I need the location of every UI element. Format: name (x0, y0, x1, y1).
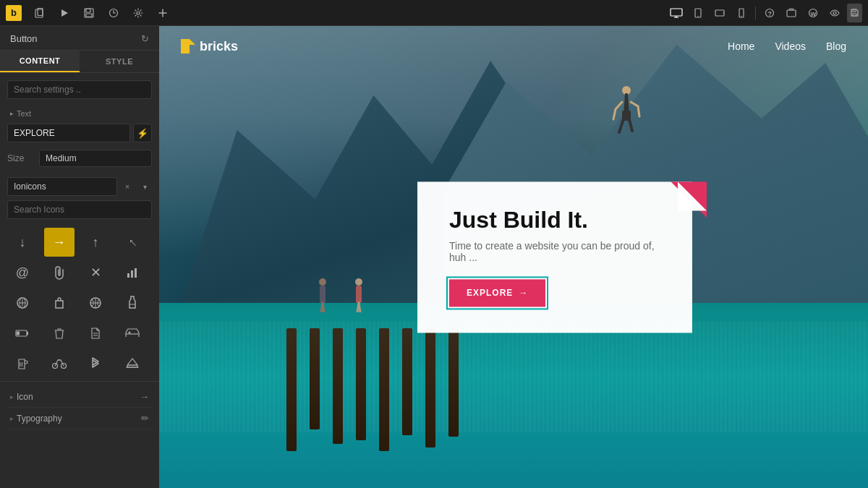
icon-section-item[interactable]: Icon → (7, 386, 152, 408)
icon-attach[interactable] (44, 258, 75, 287)
icon-beer[interactable] (7, 349, 38, 378)
play-btn[interactable] (55, 4, 74, 22)
tablet-landscape-btn[interactable] (710, 4, 729, 22)
hero-corner-decoration (671, 181, 707, 218)
wordpress-btn[interactable]: W (804, 4, 822, 22)
icon-arrow-down[interactable]: ↓ (7, 228, 38, 257)
pier-posts (286, 328, 459, 451)
settings-btn[interactable] (129, 4, 148, 22)
add-element-btn[interactable] (153, 4, 172, 22)
bottom-sections: Icon → Typography ✏ (0, 381, 159, 434)
app-logo-btn[interactable]: b (6, 5, 22, 21)
svg-line-56 (359, 303, 360, 312)
text-addon-btn[interactable]: ⚡ (133, 124, 152, 142)
text-row: ⚡ (0, 121, 159, 148)
search-icons-input[interactable] (7, 200, 152, 219)
svg-point-42 (128, 332, 130, 334)
svg-marker-2 (61, 9, 68, 17)
tab-content[interactable]: CONTENT (0, 51, 80, 72)
icon-arrow-up-alt[interactable]: ↑ (111, 221, 153, 263)
history-btn[interactable] (104, 4, 123, 22)
nav-link-home[interactable]: Home (728, 40, 754, 52)
save-btn[interactable] (80, 4, 98, 22)
size-label: Size (7, 153, 33, 163)
main-area: Button ↻ CONTENT StylE Text ⚡ Size Mediu… (0, 26, 868, 488)
nav-link-videos[interactable]: Videos (775, 40, 806, 52)
icon-bike[interactable] (44, 349, 75, 378)
icon-arrow-up[interactable]: ↑ (80, 228, 111, 257)
icon-section-label: Icon (10, 392, 33, 402)
svg-rect-10 (671, 9, 682, 16)
media-library-btn[interactable] (782, 4, 801, 22)
icon-library-select[interactable]: Ionicons (7, 177, 117, 196)
icon-clear-btn[interactable]: × (120, 177, 135, 196)
panel-title: Button (10, 33, 38, 44)
logo-icon (181, 39, 195, 53)
svg-point-53 (355, 278, 362, 286)
jumping-figure (605, 82, 641, 150)
icon-bag[interactable] (44, 288, 75, 317)
svg-rect-21 (787, 10, 796, 17)
icon-bed[interactable] (117, 319, 148, 348)
canvas-logo: bricks (181, 39, 238, 54)
typography-section-icon: ✏ (141, 413, 149, 424)
tablet-portrait-btn[interactable] (689, 4, 707, 22)
icon-bluetooth[interactable] (80, 349, 111, 378)
desktop-device-btn[interactable] (667, 4, 686, 22)
svg-text:W: W (811, 10, 817, 17)
text-section-label: Text (0, 105, 159, 121)
icon-doc-text[interactable] (80, 319, 111, 348)
files-btn[interactable] (30, 4, 49, 22)
svg-point-14 (697, 15, 698, 16)
typography-section-item[interactable]: Typography ✏ (7, 408, 152, 429)
top-toolbar: b ? W (0, 0, 868, 26)
svg-text:?: ? (768, 9, 773, 17)
icon-battery-low[interactable] (7, 319, 38, 348)
svg-rect-4 (86, 9, 90, 12)
svg-line-52 (323, 303, 324, 312)
svg-rect-29 (131, 270, 133, 278)
mobile-device-btn[interactable] (732, 4, 751, 22)
icon-section-arrow: → (140, 391, 149, 402)
left-panel: Button ↻ CONTENT StylE Text ⚡ Size Mediu… (0, 26, 159, 488)
typography-section-label: Typography (10, 414, 62, 424)
nav-link-blog[interactable]: Blog (826, 40, 846, 52)
icon-close[interactable]: ✕ (80, 258, 111, 287)
canvas-area[interactable]: bricks Home Videos Blog Just Build It. T… (159, 26, 868, 488)
preview-btn[interactable] (825, 4, 844, 22)
search-settings-input[interactable] (7, 80, 152, 99)
tab-style[interactable]: StylE (80, 51, 159, 72)
svg-point-49 (319, 278, 326, 286)
save-toolbar-btn[interactable] (847, 4, 862, 22)
svg-point-25 (833, 12, 836, 14)
icon-chevron-btn[interactable]: ▾ (137, 177, 152, 196)
help-btn[interactable]: ? (760, 4, 779, 22)
svg-rect-5 (86, 14, 92, 17)
size-select[interactable]: Medium Small Large (39, 150, 152, 167)
icon-trash[interactable] (44, 319, 75, 348)
icon-basketball[interactable] (80, 288, 111, 317)
svg-rect-0 (35, 9, 43, 17)
icon-football[interactable] (7, 288, 38, 317)
svg-point-16 (723, 12, 724, 13)
svg-rect-26 (853, 14, 856, 16)
svg-rect-30 (135, 268, 137, 278)
icon-boat[interactable] (117, 349, 148, 378)
svg-point-7 (137, 12, 140, 14)
button-text-input[interactable] (7, 124, 130, 142)
size-row: Size Medium Small Large (0, 148, 159, 173)
canvas-navbar: bricks Home Videos Blog (159, 26, 868, 67)
panel-refresh-btn[interactable]: ↻ (141, 33, 149, 44)
canvas-nav-links: Home Videos Blog (728, 40, 846, 52)
explore-button[interactable]: EXPLORE → (449, 279, 545, 307)
hero-subtitle: Time to create a website you can be prou… (449, 240, 660, 263)
explore-btn-icon: → (519, 288, 528, 298)
icon-at[interactable]: @ (7, 258, 38, 287)
pier-figures (315, 276, 366, 312)
svg-rect-50 (320, 286, 326, 303)
svg-rect-48 (622, 111, 631, 121)
svg-rect-22 (789, 9, 793, 10)
icon-bottle[interactable] (117, 288, 148, 317)
icon-grid: ↓ → ↑ ↑ @ ✕ (0, 228, 159, 378)
icon-arrow-right[interactable]: → (44, 228, 75, 257)
